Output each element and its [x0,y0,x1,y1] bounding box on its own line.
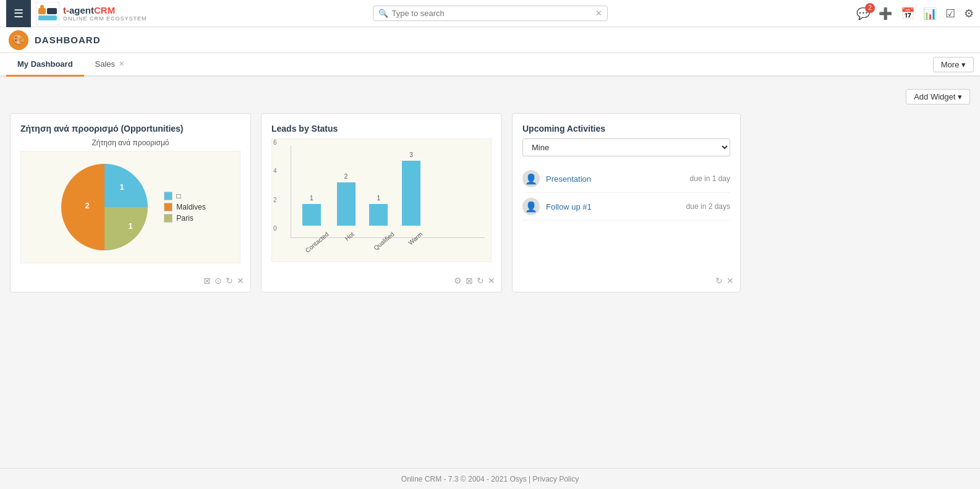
tabs-right: More ▾ [933,57,974,72]
activities-filter: Mine [522,138,730,156]
svg-point-4 [40,5,44,9]
activity-name-followup[interactable]: Follow up #1 [546,202,686,211]
bar-qualified [369,204,388,226]
close-icon[interactable]: ✕ [237,276,244,286]
activity-avatar-presentation: 👤 [522,170,540,187]
edit-icon[interactable]: ⊙ [215,276,222,286]
bar-group-qualified: 1 Qualified [367,195,391,237]
svg-text:1: 1 [120,182,124,192]
whatsapp-button[interactable]: 💬 2 [856,7,870,20]
bar-group-warm: 3 Warm [402,151,420,237]
logo-text-area: t-agentCRM ONLINE CRM ECOSYSTEM [63,5,147,22]
pie-widget-title: Ζήτηση ανά προορισμό (Opportunities) [20,124,241,134]
hamburger-button[interactable]: ☰ [6,0,31,27]
activities-widget: Upcoming Activities Mine 👤 Presentation … [512,113,741,292]
pie-widget: Ζήτηση ανά προορισμό (Opportunities) Ζήτ… [10,113,251,292]
legend-item-blue: □ [164,192,205,200]
tab-sales-label: Sales [95,59,116,69]
add-widget-row: Add Widget ▾ [10,89,970,104]
refresh-icon3[interactable]: ↻ [715,276,723,286]
widgets-row: Ζήτηση ανά προορισμό (Opportunities) Ζήτ… [10,113,970,292]
search-icon: 🔍 [378,9,388,18]
legend-color-blue [164,192,173,200]
activities-widget-title: Upcoming Activities [522,124,730,134]
svg-rect-2 [47,8,57,14]
settings-button[interactable]: ⚙ [964,7,974,20]
bar-chart-inner: 1 Contacted 2 Hot 1 Qualified [291,145,485,238]
pie-chart-svg: 1 2 1 [55,158,154,257]
legend-color-orange [164,203,173,211]
pie-container: 1 2 1 □ Maldives Paris [20,151,241,263]
refresh-icon[interactable]: ↻ [226,276,233,286]
bar-hot [337,182,356,226]
pie-widget-footer: ⊠ ⊙ ↻ ✕ [203,276,244,286]
main-content: Add Widget ▾ Ζήτηση ανά προορισμό (Oppor… [0,77,980,468]
y-axis-labels: 6 4 2 0 [273,139,277,232]
svg-rect-3 [38,15,57,20]
tabs-bar: My Dashboard Sales ✕ More ▾ [0,53,980,77]
tab-my-dashboard[interactable]: My Dashboard [6,53,84,77]
bar-group-contacted: 1 Contacted [297,195,326,237]
calendar-button[interactable]: 📅 [901,7,914,20]
fullscreen-icon2[interactable]: ⊠ [466,276,473,286]
legend-item-paris: Paris [164,214,205,223]
chart-button[interactable]: 📊 [923,7,937,20]
dashboard-icon: 🎨 [9,30,28,50]
activity-name-presentation[interactable]: Presentation [546,174,690,184]
close-sales-tab[interactable]: ✕ [119,60,124,68]
svg-text:1: 1 [129,221,133,231]
activity-item-presentation: 👤 Presentation due in 1 day [522,165,730,193]
logo-icon [36,2,59,25]
activity-due-presentation: due in 1 day [690,174,730,183]
fullscreen-icon[interactable]: ⊠ [203,276,211,286]
legend-color-olive [164,214,173,223]
bar-widget-footer: ⚙ ⊠ ↻ ✕ [454,276,495,286]
search-bar[interactable]: 🔍 ✕ [373,6,608,21]
bar-widget-title: Leads by Status [271,124,492,134]
bar-widget: Leads by Status 6 4 2 0 1 Contacted [261,113,502,292]
clear-search-icon[interactable]: ✕ [595,9,602,18]
activities-filter-select[interactable]: Mine [522,138,730,156]
add-button[interactable]: ➕ [879,7,892,20]
more-button[interactable]: More ▾ [933,57,974,72]
top-nav: ☰ t-agentCRM ONLINE CRM ECOSYSTEM 🔍 ✕ 💬 … [0,0,980,27]
add-widget-button[interactable]: Add Widget ▾ [906,89,970,104]
bar-group-hot: 2 Hot [337,173,356,237]
bar-chart-area: 6 4 2 0 1 Contacted 2 H [271,138,492,262]
svg-text:2: 2 [85,201,90,210]
svg-rect-1 [38,8,46,14]
search-input[interactable] [392,9,595,18]
page-footer: Online CRM - 7.3 © 2004 - 2021 Osys | Pr… [0,468,980,489]
close-icon2[interactable]: ✕ [488,276,495,286]
logo-area: t-agentCRM ONLINE CRM ECOSYSTEM [36,2,147,25]
tasks-button[interactable]: ☑ [945,7,955,20]
bar-contacted [302,204,321,226]
refresh-icon2[interactable]: ↻ [477,276,484,286]
pie-widget-subtitle: Ζήτηση ανά προορισμό [20,138,241,147]
activities-widget-footer: ↻ ✕ [715,276,734,286]
tab-my-dashboard-label: My Dashboard [17,59,73,69]
activity-item-followup: 👤 Follow up #1 due in 2 days [522,193,730,221]
settings-icon[interactable]: ⚙ [454,276,462,286]
footer-text: Online CRM - 7.3 © 2004 - 2021 Osys | Pr… [401,475,579,483]
close-icon3[interactable]: ✕ [726,276,734,286]
page-title: DASHBOARD [35,35,101,45]
sub-header: 🎨 DASHBOARD [0,27,980,53]
activity-due-followup: due in 2 days [686,202,730,211]
activity-avatar-followup: 👤 [522,198,540,215]
app-name: t-agentCRM [63,5,147,15]
bar-warm [402,161,420,226]
legend-item-maldives: Maldives [164,203,205,211]
nav-icons: 💬 2 ➕ 📅 📊 ☑ ⚙ [856,7,974,20]
whatsapp-badge: 2 [865,3,875,13]
app-subtitle: ONLINE CRM ECOSYSTEM [63,15,147,22]
pie-legend: □ Maldives Paris [164,192,205,223]
tab-sales[interactable]: Sales ✕ [84,53,136,77]
